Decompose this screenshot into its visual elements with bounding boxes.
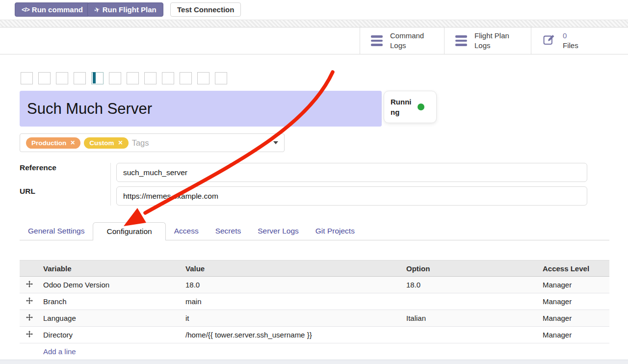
status-bar: Command Logs Flight Plan Logs xyxy=(0,27,628,54)
color-swatch-orange[interactable] xyxy=(56,72,68,84)
tags-input[interactable]: Production ✕ Custom ✕ Tags xyxy=(20,133,285,152)
action-toolbar: </> Run command ✈ Run Flight Plan Test C… xyxy=(0,0,628,20)
table-header-row: Variable Value Option Access Level xyxy=(20,260,609,277)
remove-tag-icon[interactable]: ✕ xyxy=(70,140,75,146)
status-card: Running xyxy=(384,91,437,123)
url-input[interactable]: https://memes.example.com xyxy=(116,186,587,206)
color-swatch-magenta[interactable] xyxy=(180,72,192,84)
tab-access[interactable]: Access xyxy=(166,222,207,240)
status-dot xyxy=(418,104,424,110)
cell-access-level[interactable]: Manager xyxy=(539,327,609,343)
table-row[interactable]: Branch main Manager xyxy=(20,293,609,310)
tags-placeholder: Tags xyxy=(132,138,149,148)
color-palette xyxy=(21,72,227,84)
run-flight-plan-button[interactable]: ✈ Run Flight Plan xyxy=(87,2,163,17)
url-value: https://memes.example.com xyxy=(123,192,218,201)
cell-variable[interactable]: Branch xyxy=(39,293,182,310)
list-icon xyxy=(455,35,467,46)
command-logs-button[interactable]: Command Logs xyxy=(360,27,444,54)
cell-variable[interactable]: Odoo Demo Version xyxy=(39,277,182,293)
color-swatch-salmon[interactable] xyxy=(127,72,139,84)
table-row[interactable]: Odoo Demo Version 18.0 18.0 Manager xyxy=(20,277,609,293)
test-connection-button[interactable]: Test Connection xyxy=(170,2,241,17)
cell-value[interactable]: /home/{{ tower.server.ssh_username }} xyxy=(182,327,402,343)
tag-production-label: Production xyxy=(31,139,66,147)
cell-value[interactable]: main xyxy=(182,293,402,310)
command-logs-label: Command Logs xyxy=(390,31,424,51)
flight-plan-logs-button[interactable]: Flight Plan Logs xyxy=(444,27,531,54)
drag-handle-icon[interactable] xyxy=(20,327,39,343)
url-label: URL xyxy=(20,187,35,196)
cell-option[interactable]: 18.0 xyxy=(402,277,539,293)
color-swatch-navy[interactable] xyxy=(162,72,174,84)
tab-configuration[interactable]: Configuration xyxy=(93,222,165,240)
server-name-value: Such Much Server xyxy=(27,100,152,118)
tab-secrets[interactable]: Secrets xyxy=(207,222,250,240)
field-group-divider xyxy=(110,163,111,206)
test-connection-label: Test Connection xyxy=(177,5,234,14)
color-swatch-light-blue-selected[interactable] xyxy=(91,72,104,84)
cell-value[interactable]: it xyxy=(182,310,402,327)
server-form-page: </> Run command ✈ Run Flight Plan Test C… xyxy=(0,0,628,364)
cell-access-level[interactable]: Manager xyxy=(539,277,609,293)
handle-column-header xyxy=(20,260,39,277)
cell-option[interactable] xyxy=(402,293,539,310)
cell-variable[interactable]: Language xyxy=(39,310,182,327)
server-name-input[interactable]: Such Much Server xyxy=(20,91,382,127)
drag-handle-icon[interactable] xyxy=(20,277,39,293)
table-row[interactable]: Language it Italian Manager xyxy=(20,310,609,327)
code-icon: </> xyxy=(22,6,29,13)
hatched-separator xyxy=(0,20,628,27)
color-swatch-purple[interactable] xyxy=(215,72,227,84)
status-text: Running xyxy=(391,97,413,117)
color-swatch-no-color[interactable] xyxy=(21,72,33,84)
page-footer-strip xyxy=(0,360,628,364)
notebook-tabs: General Settings Configuration Access Se… xyxy=(20,222,609,240)
tab-git-projects[interactable]: Git Projects xyxy=(307,222,363,240)
files-button[interactable]: 0 Files xyxy=(531,27,628,54)
run-flight-plan-label: Run Flight Plan xyxy=(103,5,157,14)
column-header-value: Value xyxy=(182,260,402,277)
color-swatch-dark-purple[interactable] xyxy=(109,72,121,84)
tag-production[interactable]: Production ✕ xyxy=(26,137,80,149)
tag-custom[interactable]: Custom ✕ xyxy=(84,137,128,149)
remove-tag-icon[interactable]: ✕ xyxy=(118,140,123,146)
stat-button-group: Command Logs Flight Plan Logs xyxy=(360,27,628,54)
drag-handle-icon[interactable] xyxy=(20,293,39,310)
edit-file-icon xyxy=(542,33,555,49)
cell-option[interactable] xyxy=(402,327,539,343)
flight-plan-logs-label: Flight Plan Logs xyxy=(474,31,509,51)
reference-input[interactable]: such_much_server xyxy=(116,163,587,182)
color-swatch-red[interactable] xyxy=(38,72,51,84)
add-a-line-link[interactable]: Add a line xyxy=(43,347,76,356)
column-header-access-level: Access Level xyxy=(539,260,609,277)
configuration-table: Variable Value Option Access Level Odoo … xyxy=(20,260,609,360)
list-icon xyxy=(371,35,383,46)
column-header-variable: Variable xyxy=(39,260,182,277)
plane-icon: ✈ xyxy=(93,5,101,14)
add-line-row: Add a line xyxy=(20,343,609,360)
reference-label: Reference xyxy=(20,163,56,172)
drag-handle-icon[interactable] xyxy=(20,310,39,327)
reference-value: such_much_server xyxy=(123,168,187,177)
tab-general-settings[interactable]: General Settings xyxy=(20,222,93,240)
tab-server-logs[interactable]: Server Logs xyxy=(249,222,307,240)
chevron-down-icon[interactable] xyxy=(273,141,278,144)
column-header-option: Option xyxy=(402,260,539,277)
color-swatch-teal[interactable] xyxy=(144,72,157,84)
run-command-label: Run command xyxy=(32,5,83,14)
cell-access-level[interactable]: Manager xyxy=(539,310,609,327)
table-row[interactable]: Directory /home/{{ tower.server.ssh_user… xyxy=(20,327,609,343)
cell-value[interactable]: 18.0 xyxy=(182,277,402,293)
run-command-button[interactable]: </> Run command xyxy=(15,2,90,17)
files-count: 0 xyxy=(563,31,567,40)
cell-option[interactable]: Italian xyxy=(402,310,539,327)
files-label: 0 Files xyxy=(563,31,578,51)
color-swatch-green[interactable] xyxy=(197,72,209,84)
cell-access-level[interactable]: Manager xyxy=(539,293,609,310)
tag-custom-label: Custom xyxy=(89,139,114,147)
color-swatch-yellow[interactable] xyxy=(74,72,86,84)
cell-variable[interactable]: Directory xyxy=(39,327,182,343)
